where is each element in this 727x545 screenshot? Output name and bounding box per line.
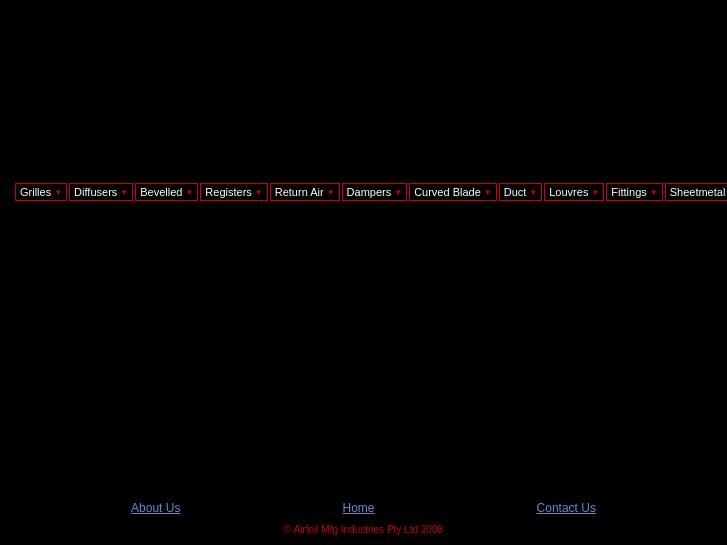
nav-arrow-dampers: ▼ bbox=[394, 188, 402, 197]
nav-label-sheetmetal: Sheetmetal bbox=[670, 186, 726, 198]
footer-link-home[interactable]: Home bbox=[342, 501, 374, 515]
nav-label-bevelled: Bevelled bbox=[140, 186, 182, 198]
nav-item-return-air[interactable]: Return Air▼ bbox=[270, 183, 340, 201]
nav-label-grilles: Grilles bbox=[20, 186, 51, 198]
nav-arrow-duct: ▼ bbox=[529, 188, 537, 197]
nav-label-duct: Duct bbox=[504, 186, 527, 198]
nav-label-fittings: Fittings bbox=[611, 186, 646, 198]
nav-item-grilles[interactable]: Grilles▼ bbox=[15, 183, 67, 201]
nav-label-dampers: Dampers bbox=[347, 186, 392, 198]
nav-label-curved-blade: Curved Blade bbox=[414, 186, 481, 198]
nav-item-curved-blade[interactable]: Curved Blade▼ bbox=[409, 183, 497, 201]
nav-arrow-curved-blade: ▼ bbox=[484, 188, 492, 197]
nav-item-duct[interactable]: Duct▼ bbox=[499, 183, 543, 201]
nav-arrow-bevelled: ▼ bbox=[185, 188, 193, 197]
nav-label-diffusers: Diffusers bbox=[74, 186, 117, 198]
nav-item-louvres[interactable]: Louvres▼ bbox=[544, 183, 604, 201]
nav-arrow-fittings: ▼ bbox=[650, 188, 658, 197]
nav-item-dampers[interactable]: Dampers▼ bbox=[342, 183, 408, 201]
nav-arrow-diffusers: ▼ bbox=[120, 188, 128, 197]
footer-link-contact-us[interactable]: Contact Us bbox=[537, 501, 596, 515]
nav-arrow-grilles: ▼ bbox=[54, 188, 62, 197]
nav-item-registers[interactable]: Registers▼ bbox=[200, 183, 267, 201]
nav-item-bevelled[interactable]: Bevelled▼ bbox=[135, 183, 198, 201]
footer-link-about-us[interactable]: About Us bbox=[131, 501, 180, 515]
nav-label-louvres: Louvres bbox=[549, 186, 588, 198]
nav-arrow-registers: ▼ bbox=[255, 188, 263, 197]
nav-item-diffusers[interactable]: Diffusers▼ bbox=[69, 183, 133, 201]
nav-arrow-return-air: ▼ bbox=[327, 188, 335, 197]
nav-label-return-air: Return Air bbox=[275, 186, 324, 198]
copyright-text: © Airfoil Mfg Industries Pty Ltd 2008 bbox=[0, 524, 727, 535]
nav-item-sheetmetal[interactable]: Sheetmetal▼ bbox=[665, 183, 727, 201]
navigation-bar: Grilles▼Diffusers▼Bevelled▼Registers▼Ret… bbox=[15, 183, 712, 201]
nav-item-fittings[interactable]: Fittings▼ bbox=[606, 183, 662, 201]
nav-label-registers: Registers bbox=[205, 186, 251, 198]
footer: About UsHomeContact Us bbox=[0, 501, 727, 515]
nav-arrow-louvres: ▼ bbox=[591, 188, 599, 197]
